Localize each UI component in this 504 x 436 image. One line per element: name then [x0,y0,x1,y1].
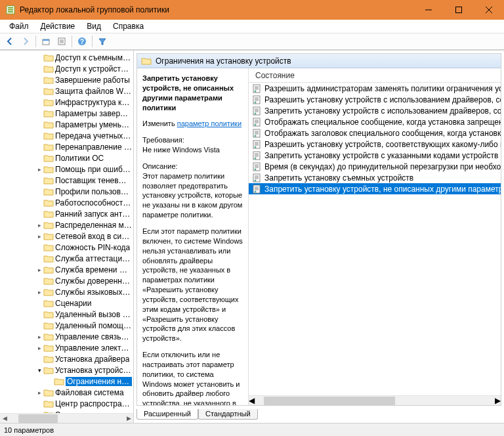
forward-button[interactable] [18,34,33,49]
folder-icon [43,332,54,342]
tree-node[interactable]: ▸Сетевой вход в систему [0,230,133,242]
tree-node[interactable]: Поставщик теневых копий [0,175,133,186]
scroll-left-icon[interactable]: ◀ [0,414,9,423]
tree-node[interactable]: Ранний запуск антивредонс [0,208,133,219]
tree-node[interactable]: Доступ к устройствам Enha [0,63,133,74]
policy-list-row[interactable]: Запретить установку съемных устройств [249,172,501,183]
filter-button[interactable] [95,34,110,49]
tree-node-label: Политики ОС [55,154,104,163]
list-hscroll[interactable]: ◀ ▶ [249,395,501,405]
tree-node[interactable]: Передача учетных данных [0,130,133,141]
expand-icon[interactable]: ▸ [35,222,43,229]
svg-rect-56 [253,152,260,160]
policy-icon [251,106,262,116]
svg-rect-2 [8,9,13,11]
tree-node[interactable]: ▸Распределенная модель CO [0,219,133,230]
close-button[interactable] [474,0,504,20]
status-text: 10 параметров [4,426,54,434]
minimize-button[interactable] [413,0,444,20]
expand-icon[interactable]: ▸ [35,233,43,240]
tree-node[interactable]: ▸Служба времени Windows [0,264,133,275]
tree-node[interactable]: Сложность PIN-кода [0,242,133,253]
tree-node[interactable]: ▸Файловая система [0,387,133,398]
tree-node[interactable]: Удаленный помощник [0,320,133,331]
collapse-icon[interactable]: ▾ [35,367,43,374]
tree-node[interactable]: Удаленный вызов процедур [0,309,133,320]
description-label: Описание: [142,162,243,171]
tree-node[interactable]: ▸Управление электропитани [0,342,133,353]
tree-node-label: Установка драйвера [55,355,129,364]
tree-node[interactable]: Службы доверенного плать [0,275,133,286]
tree-up-button[interactable] [39,34,53,49]
policy-list-row[interactable]: Отображать заголовок специального сообще… [249,127,501,139]
policy-icon [251,83,262,94]
menu-action[interactable]: Действие [35,21,81,32]
scroll-thumb[interactable] [264,397,395,405]
tree-node-label: Защита файлов Windows [55,87,132,96]
policy-tree[interactable]: Доступ к съемным запоминДоступ к устройс… [0,51,133,413]
folder-icon [43,64,54,74]
policy-list-label: Разрешить администраторам заменять полит… [264,84,501,93]
tab-extended[interactable]: Расширенный [136,409,198,420]
tree-node[interactable]: Служба аттестации работос [0,253,133,264]
path-title: Ограничения на установку устройств [156,56,291,66]
tree-node[interactable]: Завершение работы [0,74,133,85]
policy-list-row[interactable]: Время (в секундах) до принудительной пер… [249,161,501,172]
tree-node[interactable]: Профили пользователей [0,186,133,197]
policy-list-label: Отображать специальное сообщение, когда … [264,118,501,127]
tree-node[interactable]: Параметры уменьшения рис [0,119,133,130]
expand-icon[interactable]: ▸ [35,389,43,396]
policy-list-row[interactable]: Запретить установку устройств с использо… [249,105,501,116]
tree-node[interactable]: Политики ОС [0,152,133,164]
tree-node[interactable]: Установка драйвера [0,353,133,364]
scroll-right-icon[interactable]: ▶ [124,414,133,423]
policy-list[interactable]: Разрешить администраторам заменять полит… [249,83,501,395]
help-button[interactable]: ? [75,34,89,49]
tree-node[interactable]: Работоспособность хранили [0,197,133,208]
policy-list-row[interactable]: Запретить установку устройств с указанны… [249,150,501,161]
list-header[interactable]: Состояние [249,68,501,83]
column-state[interactable]: Состояние [253,71,297,80]
tab-standard[interactable]: Стандартный [198,409,258,420]
tree-node[interactable]: Параметры завершения ра [0,108,133,119]
back-button[interactable] [3,34,17,49]
menu-help[interactable]: Справка [108,21,149,32]
scroll-left-icon[interactable]: ◀ [249,396,255,405]
tree-node[interactable]: Перенаправление папок [0,141,133,152]
folder-icon [43,209,54,219]
folder-icon [43,287,54,297]
policy-list-row[interactable]: Разрешить установку устройств, соответст… [249,139,501,150]
expand-icon[interactable]: ▸ [35,289,43,295]
folder-icon [54,376,64,387]
tree-node[interactable]: Доступ к съемным запомин [0,52,133,63]
tree-node-label: Службы языковых стандарт [55,288,132,297]
tree-node[interactable]: ▸Помощь при ошибке «Отка [0,164,133,175]
svg-rect-41 [253,118,260,126]
expand-icon[interactable]: ▸ [35,267,43,273]
tree-node-label: Доступ к съемным запомин [55,53,132,62]
scroll-thumb[interactable] [18,414,58,423]
tree-node[interactable]: ▸Службы языковых стандарт [0,286,133,297]
menu-file[interactable]: Файл [4,21,34,32]
tree-node[interactable]: Ограничения на установк [0,376,133,387]
expand-icon[interactable]: ▸ [35,345,43,351]
tree-node[interactable]: Сценарии [0,297,133,309]
policy-list-row[interactable]: Разрешить администраторам заменять полит… [249,83,501,94]
scroll-right-icon[interactable]: ▶ [495,396,501,405]
tree-node[interactable]: Защита файлов Windows [0,85,133,97]
folder-icon [43,120,54,130]
expand-icon[interactable]: ▸ [35,166,43,173]
expand-icon[interactable]: ▸ [35,334,43,340]
maximize-button[interactable] [444,0,474,20]
tree-hscroll[interactable]: ◀ ▶ [0,413,133,423]
tree-node[interactable]: Центр распространения клю [0,398,133,409]
menu-view[interactable]: Вид [81,21,106,32]
edit-policy-link[interactable]: параметр политики [177,120,242,127]
properties-button[interactable] [54,34,69,49]
tree-node[interactable]: ▾Установка устройства [0,364,133,376]
policy-list-row[interactable]: Отображать специальное сообщение, когда … [249,116,501,127]
tree-node[interactable]: Инфраструктура классифик [0,97,133,108]
policy-list-row[interactable]: Разрешить установку устройств с использо… [249,94,501,105]
policy-list-row[interactable]: Запретить установку устройств, не описан… [249,183,501,194]
tree-node[interactable]: ▸Управление связью через И [0,331,133,342]
